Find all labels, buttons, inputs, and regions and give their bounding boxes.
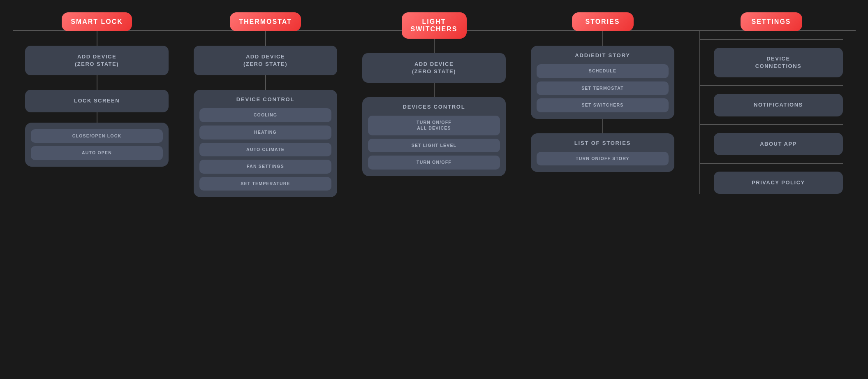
vline-stories-2 (602, 119, 603, 133)
auto-open-btn[interactable]: AUTO OPEN (31, 146, 163, 160)
add-edit-story-title: ADD/EDIT STORY (537, 52, 669, 59)
set-termostat-btn[interactable]: SET TERMOSTAT (537, 81, 669, 95)
device-control-container: DEVICE CONTROL COOLING HEATING AUTO CLIM… (194, 90, 337, 197)
settings-connector-4 (699, 155, 843, 172)
add-edit-story-container: ADD/EDIT STORY SCHEDULE SET TERMOSTAT SE… (531, 46, 674, 119)
vline-smart-lock-3 (97, 112, 97, 123)
list-of-stories-title: LIST OF STORIES (537, 140, 669, 147)
devices-control-container: DEVICES CONTROL TURN ON/OFF ALL DEVICES … (362, 97, 506, 176)
top-node-smart-lock[interactable]: SMART LOCK (62, 12, 132, 31)
add-device-smart-lock: ADD DEVICE (ZERO STATE) (25, 46, 169, 75)
vline-thermostat-1 (265, 31, 266, 46)
list-of-stories-container: LIST OF STORIES TURN ON/OFF STORY (531, 133, 674, 172)
schedule-btn[interactable]: SCHEDULE (537, 64, 669, 78)
vline-smart-lock-2 (97, 75, 97, 90)
vline-stories-1 (602, 31, 603, 46)
vline-light-1 (434, 39, 435, 53)
auto-climate-btn[interactable]: AUTO CLIMATE (199, 143, 331, 157)
column-smart-lock: SMART LOCK ADD DEVICE (ZERO STATE) LOCK … (13, 12, 181, 167)
close-open-lock-btn[interactable]: CLOSE/OPEN LOCK (31, 129, 163, 143)
add-device-thermostat: ADD DEVICE (ZERO STATE) (194, 46, 337, 75)
lock-screen: LOCK SCREEN (25, 90, 169, 112)
fan-settings-btn[interactable]: FAN SETTINGS (199, 160, 331, 174)
set-light-level-btn[interactable]: SET LIGHT LEVEL (368, 139, 500, 153)
devices-control-title: DEVICES CONTROL (368, 104, 500, 111)
add-device-light: ADD DEVICE (ZERO STATE) (362, 53, 506, 83)
top-node-light-switchers[interactable]: LIGHT SWITCHERS (402, 12, 467, 39)
cooling-btn[interactable]: COOLING (199, 108, 331, 122)
settings-connector-2 (699, 77, 843, 94)
top-node-settings[interactable]: SETTINGS (741, 12, 802, 31)
heating-btn[interactable]: HEATING (199, 126, 331, 140)
vline-smart-lock-1 (97, 31, 97, 46)
set-switchers-btn[interactable]: SET SWITCHERS (537, 98, 669, 112)
vline-light-2 (434, 83, 435, 97)
device-control-title: DEVICE CONTROL (199, 96, 331, 103)
column-settings: SETTINGS DEVICE CONNECTIONS NOTIFICATION… (687, 12, 856, 194)
settings-connector-3 (699, 116, 843, 133)
column-thermostat: THERMOSTAT ADD DEVICE (ZERO STATE) DEVIC… (181, 12, 350, 197)
privacy-policy-box: PRIVACY POLICY (714, 172, 843, 194)
top-node-thermostat[interactable]: THERMOSTAT (230, 12, 301, 31)
column-light-switchers: LIGHT SWITCHERS ADD DEVICE (ZERO STATE) … (350, 12, 518, 176)
about-app-box: ABOUT APP (714, 133, 843, 155)
turn-on-off-btn[interactable]: TURN ON/OFF (368, 156, 500, 170)
column-stories: STORIES ADD/EDIT STORY SCHEDULE SET TERM… (518, 12, 687, 172)
device-connections-box: DEVICE CONNECTIONS (714, 48, 843, 77)
lock-actions-group: CLOSE/OPEN LOCK AUTO OPEN (25, 123, 169, 167)
vline-thermostat-2 (265, 75, 266, 90)
notifications-box: NOTIFICATIONS (714, 94, 843, 116)
settings-connector-1 (699, 31, 843, 48)
top-node-stories[interactable]: STORIES (572, 12, 634, 31)
settings-items-group: DEVICE CONNECTIONS NOTIFICATIONS ABOUT A… (699, 31, 843, 194)
turn-on-off-all-btn[interactable]: TURN ON/OFF ALL DEVICES (368, 116, 500, 135)
set-temperature-btn[interactable]: SET TEMPERATURE (199, 177, 331, 191)
turn-on-off-story-btn[interactable]: TURN ON/OFF STORY (537, 152, 669, 166)
